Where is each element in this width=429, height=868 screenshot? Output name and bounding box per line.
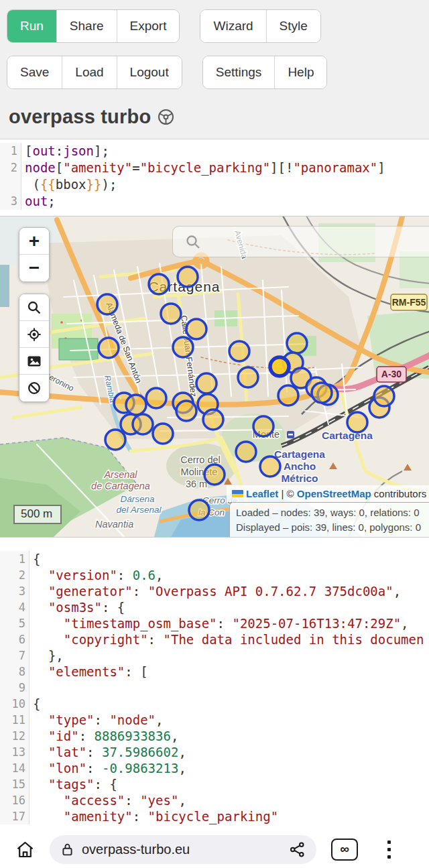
line-number: 7	[0, 647, 29, 664]
wizard-style-group: WizardStyle	[200, 9, 320, 43]
run-button[interactable]: Run	[7, 10, 57, 42]
darsena-label: Dársena	[120, 494, 155, 504]
browser-toolbar: overpass-turbo.eu ∞	[0, 830, 429, 868]
code-line: 1{	[0, 551, 429, 567]
openstreetmap-link[interactable]: OpenStreetMap	[297, 488, 371, 499]
poi-marker[interactable]	[203, 410, 223, 430]
code-line: ({{bbox}});	[0, 176, 429, 193]
overpass-turbo-app: RunShareExport WizardStyle SaveLoadLogou…	[0, 0, 429, 868]
settings-button[interactable]: Settings	[203, 56, 275, 88]
no-entry-icon	[27, 381, 42, 395]
query-editor[interactable]: 1[out:json];2node["amenity"="bicycle_par…	[0, 139, 429, 216]
settings-help-group: SettingsHelp	[202, 56, 328, 89]
map-status-panel: Loaded – nodes: 39, ways: 0, relations: …	[229, 502, 429, 537]
line-number: 15	[0, 776, 29, 792]
line-number: 13	[0, 744, 29, 760]
locate-me-button[interactable]	[19, 321, 49, 348]
poi-marker[interactable]	[287, 333, 307, 353]
arsenal-label: Arsenal	[103, 469, 137, 480]
code-line: 8 "elements": [	[0, 664, 429, 680]
locate-icon	[27, 327, 42, 342]
code-line: 7 },	[0, 647, 429, 664]
toolbar: RunShareExport WizardStyle SaveLoadLogou…	[0, 0, 429, 139]
lock-icon	[60, 842, 74, 857]
save-load-logout-group: SaveLoadLogout	[7, 56, 182, 89]
style-button[interactable]: Style	[267, 10, 320, 42]
poi-marker[interactable]	[229, 341, 249, 361]
zoom-in-button[interactable]: +	[19, 228, 49, 255]
line-number: 5	[0, 615, 29, 631]
url-bar[interactable]: overpass-turbo.eu	[50, 835, 316, 864]
leaflet-link[interactable]: Leaflet	[246, 488, 278, 499]
poi-marker[interactable]	[99, 338, 119, 358]
toolbar-row-2: SaveLoadLogout SettingsHelp	[0, 56, 429, 89]
poi-marker[interactable]	[161, 304, 181, 324]
poi-marker[interactable]	[238, 367, 258, 387]
poi-marker[interactable]	[149, 274, 169, 294]
poi-marker[interactable]	[236, 442, 256, 462]
logout-button[interactable]: Logout	[117, 56, 182, 88]
line-number: 11	[0, 712, 29, 728]
home-icon[interactable]	[15, 839, 36, 860]
code-line: 5 "timestamp_osm_base": "2025-07-16T13:4…	[0, 615, 429, 631]
app-header: overpass turbo	[0, 102, 429, 139]
line-number: 1	[0, 143, 21, 160]
line-number: 1	[0, 551, 29, 567]
code-line: 9	[0, 680, 429, 696]
poi-marker[interactable]	[374, 386, 394, 406]
poi-marker[interactable]	[146, 388, 166, 408]
poi-marker-highlighted[interactable]	[270, 357, 289, 376]
line-number: 16	[0, 792, 29, 808]
line-number	[0, 176, 21, 193]
ukraine-flag-icon	[232, 490, 243, 497]
status-displayed: Displayed – pois: 39, lines: 0, polygons…	[236, 520, 429, 535]
data-view[interactable]: 1{2 "version": 0.6,3 "generator": "Overp…	[0, 549, 429, 824]
poi-marker[interactable]	[176, 401, 196, 421]
poi-marker[interactable]	[189, 500, 209, 520]
tab-counter-button[interactable]: ∞	[331, 839, 358, 861]
share-button[interactable]: Share	[57, 10, 117, 42]
svg-text:36 m: 36 m	[186, 479, 207, 489]
zoom-out-button[interactable]: −	[19, 255, 49, 282]
load-button[interactable]: Load	[62, 56, 117, 88]
poi-marker[interactable]	[153, 424, 173, 444]
code-line: 16 "access": "yes",	[0, 792, 429, 808]
run-share-export-group: RunShareExport	[7, 9, 180, 43]
search-location-button[interactable]	[19, 294, 49, 321]
clear-map-button[interactable]	[19, 375, 49, 401]
poi-marker[interactable]	[278, 385, 298, 406]
menu-kebab-icon[interactable]	[385, 838, 393, 861]
line-number: 9	[0, 680, 29, 696]
poi-marker[interactable]	[260, 456, 280, 477]
map-search-box[interactable]	[172, 226, 429, 257]
poi-marker[interactable]	[312, 383, 332, 403]
map-tools-control	[19, 294, 50, 402]
line-number: 10	[0, 696, 29, 712]
map[interactable]: RM-F55 A-30 Cartagena Monte Cerro del Mo…	[0, 216, 429, 538]
code-line: 14 "lon": -0.9863213,	[0, 760, 429, 776]
help-button[interactable]: Help	[275, 56, 326, 88]
poi-marker[interactable]	[196, 373, 217, 393]
poi-marker[interactable]	[253, 416, 273, 436]
poi-marker[interactable]	[186, 319, 206, 339]
line-number: 3	[0, 193, 21, 210]
code-line: 11 "type": "node",	[0, 712, 429, 728]
navantia-label: Navantia	[95, 519, 133, 530]
poi-marker[interactable]	[133, 414, 153, 434]
shield-a-30: A-30	[381, 369, 402, 379]
line-number: 2	[0, 567, 29, 583]
export-button[interactable]: Export	[117, 10, 180, 42]
poi-marker[interactable]	[347, 412, 367, 432]
poi-marker[interactable]	[126, 395, 146, 415]
save-button[interactable]: Save	[7, 56, 62, 88]
export-image-button[interactable]	[19, 348, 49, 375]
code-line: 10{	[0, 696, 429, 712]
share-icon[interactable]	[289, 841, 306, 858]
poi-marker[interactable]	[173, 337, 193, 357]
poi-marker[interactable]	[97, 294, 117, 314]
poi-marker[interactable]	[178, 267, 198, 287]
wizard-button[interactable]: Wizard	[200, 10, 266, 42]
poi-marker[interactable]	[204, 464, 225, 485]
poi-marker[interactable]	[105, 430, 125, 450]
code-line: 3 "generator": "Overpass API 0.7.62.7 37…	[0, 583, 429, 599]
